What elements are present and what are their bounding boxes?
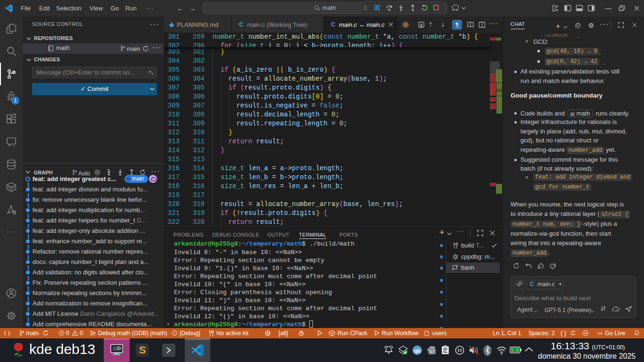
svg-text:57: 57 [429, 349, 434, 354]
svg-text:qb: qb [414, 348, 421, 354]
svg-text:S: S [139, 344, 146, 356]
